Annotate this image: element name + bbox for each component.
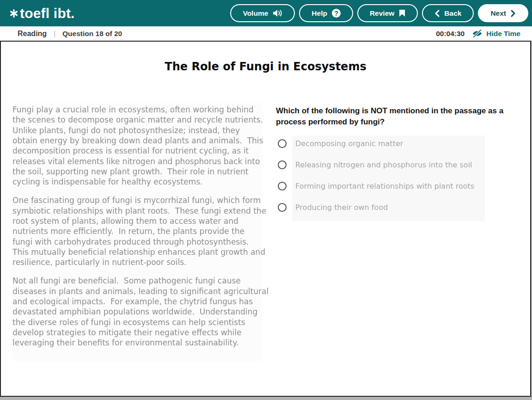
toefl-ibt-logo: toefl ibt. [10, 6, 75, 21]
ets-star-icon [10, 9, 18, 19]
help-button[interactable]: Help ? [299, 4, 353, 22]
timer-area: 00:04:30 Hide Time [436, 30, 520, 38]
review-label: Review [370, 9, 394, 18]
bookmark-icon [399, 9, 405, 17]
passage-paragraph-3: Not all fungi are beneficial. Some patho… [12, 276, 290, 348]
option-label-4: Producing their own food [295, 203, 388, 212]
volume-label: Volume [243, 9, 268, 18]
answer-option-2[interactable]: Releasing nitrogen and phosphorus into t… [278, 154, 514, 175]
radio-button-4[interactable] [278, 203, 287, 212]
volume-button[interactable]: Volume [230, 4, 295, 22]
separator: | [54, 30, 55, 37]
answer-option-4[interactable]: Producing their own food [278, 197, 514, 218]
next-label: Next [490, 9, 506, 18]
question-text: Which of the following is NOT mentioned … [276, 105, 514, 128]
help-label: Help [312, 9, 327, 18]
review-button[interactable]: Review [357, 4, 418, 22]
status-bar: Reading | Question 18 of 20 00:04:30 Hid… [0, 26, 532, 41]
hide-time-button[interactable]: Hide Time [486, 30, 520, 38]
question-mark-icon: ? [332, 9, 341, 18]
top-header-bar: toefl ibt. Volume Help ? Review Back Nex… [0, 0, 532, 26]
option-label-2: Releasing nitrogen and phosphorus into t… [295, 160, 472, 169]
test-content-window: The Role of Fungi in Ecosystems Fungi pl… [0, 41, 531, 397]
question-column: Which of the following is NOT mentioned … [276, 105, 514, 218]
passage-paragraph-2: One fascinating group of fungi is mycorr… [12, 195, 290, 267]
question-progress: Question 18 of 20 [62, 30, 122, 38]
header-button-group: Volume Help ? Review Back Next [230, 4, 528, 22]
logo-text: toefl ibt. [20, 6, 75, 21]
radio-button-3[interactable] [278, 182, 287, 191]
passage-title: The Role of Fungi in Ecosystems [1, 60, 530, 73]
chevron-left-icon [434, 10, 440, 17]
timer-value: 00:04:30 [436, 30, 465, 38]
back-button[interactable]: Back [422, 4, 474, 22]
next-button[interactable]: Next [478, 4, 528, 22]
chevron-right-icon [511, 10, 516, 17]
back-label: Back [444, 9, 461, 18]
option-label-1: Decomposing organic matter [295, 139, 403, 148]
answer-option-1[interactable]: Decomposing organic matter [278, 133, 514, 154]
radio-button-2[interactable] [278, 160, 287, 169]
section-label: Reading [18, 30, 47, 38]
answer-options: Decomposing organic matter Releasing nit… [276, 133, 514, 218]
passage-paragraph-1: Fungi play a crucial role in ecosystems,… [12, 105, 290, 187]
answer-option-3[interactable]: Forming important relationships with pla… [278, 175, 514, 197]
option-label-3: Forming important relationships with pla… [295, 182, 474, 191]
reading-passage: Fungi play a crucial role in ecosystems,… [12, 105, 290, 356]
speaker-icon [273, 9, 282, 17]
eye-slash-icon[interactable] [472, 30, 483, 37]
radio-button-1[interactable] [278, 139, 287, 148]
